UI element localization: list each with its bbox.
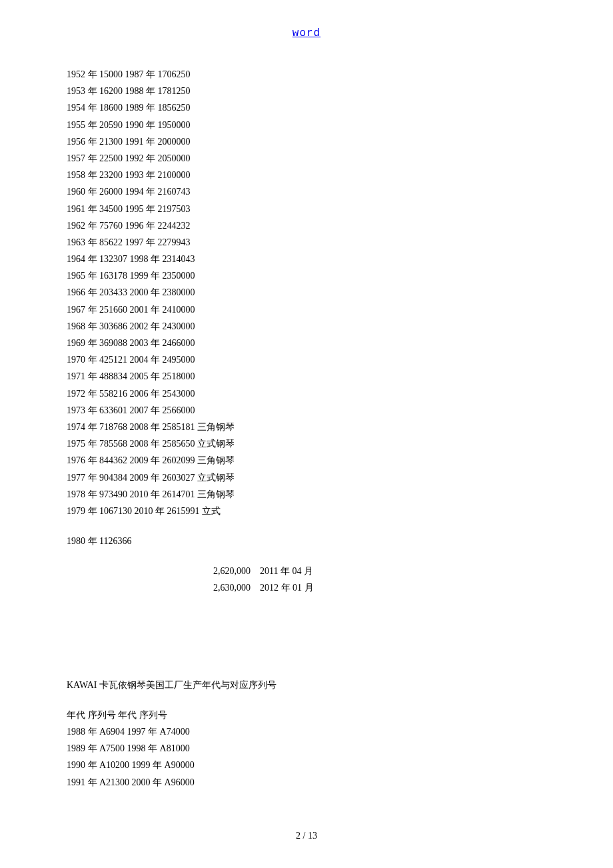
serial-row: 1978 年 973490 2010 年 2614701 三角钢琴 xyxy=(67,486,546,503)
serial-row: 1973 年 633601 2007 年 2566000 xyxy=(67,402,546,419)
serial-row: 1957 年 22500 1992 年 2050000 xyxy=(67,150,546,167)
section2-row: 1989 年 A7500 1998 年 A81000 xyxy=(67,740,546,757)
serial-row: 1952 年 15000 1987 年 1706250 xyxy=(67,66,546,83)
serial-row: 1969 年 369088 2003 年 2466000 xyxy=(67,335,546,351)
serial-row: 1958 年 23200 1993 年 2100000 xyxy=(67,167,546,183)
serial-row: 1964 年 132307 1998 年 2314043 xyxy=(67,251,546,267)
serial-row: 1961 年 34500 1995 年 2197503 xyxy=(67,201,546,217)
section2-rows: 1988 年 A6904 1997 年 A740001989 年 A7500 1… xyxy=(67,723,546,791)
page-number: 2 / 13 xyxy=(296,831,317,841)
serial-row: 1962 年 75760 1996 年 2244232 xyxy=(67,217,546,234)
serial-row: 1967 年 251660 2001 年 2410000 xyxy=(67,301,546,318)
serial-row: 1963 年 85622 1997 年 2279943 xyxy=(67,234,546,251)
serial-row: 1975 年 785568 2008 年 2585650 立式钢琴 xyxy=(67,435,546,452)
serial-row: 1972 年 558216 2006 年 2543000 xyxy=(67,385,546,402)
serial-row: 1960 年 26000 1994 年 2160743 xyxy=(67,183,546,200)
document-page: word 1952 年 15000 1987 年 17062501953 年 1… xyxy=(0,0,613,868)
serial-row: 1977 年 904384 2009 年 2603027 立式钢琴 xyxy=(67,469,546,486)
serial-row: 1976 年 844362 2009 年 2602099 三角钢琴 xyxy=(67,452,546,469)
page-footer: 2 / 13 xyxy=(67,831,546,841)
serial-row: 1966 年 203433 2000 年 2380000 xyxy=(67,284,546,301)
additional-serial-row: 2,620,000 2011 年 04 月 xyxy=(67,563,546,579)
section2-title: KAWAI 卡瓦依钢琴美国工厂生产年代与对应序列号 xyxy=(67,677,546,693)
serial-row: 1965 年 163178 1999 年 2350000 xyxy=(67,267,546,284)
serial-row: 1979 年 1067130 2010 年 2615991 立式 xyxy=(67,503,546,519)
serial-row: 1955 年 20590 1990 年 1950000 xyxy=(67,117,546,133)
section2-row: 1988 年 A6904 1997 年 A74000 xyxy=(67,723,546,740)
serial-row: 1970 年 425121 2004 年 2495000 xyxy=(67,351,546,368)
serial-1980: 1980 年 1126366 xyxy=(67,533,546,549)
serial-row: 1954 年 18600 1989 年 1856250 xyxy=(67,99,546,116)
content-body: 1952 年 15000 1987 年 17062501953 年 16200 … xyxy=(67,66,546,791)
serial-row: 1968 年 303686 2002 年 2430000 xyxy=(67,318,546,335)
header-link-container: word xyxy=(67,27,546,39)
section2-row: 1991 年 A21300 2000 年 A96000 xyxy=(67,774,546,791)
serial-row: 1974 年 718768 2008 年 2585181 三角钢琴 xyxy=(67,419,546,435)
additional-serial-list: 2,620,000 2011 年 04 月2,630,000 2012 年 01… xyxy=(67,563,546,596)
serial-row: 1953 年 16200 1988 年 1781250 xyxy=(67,83,546,99)
serial-row: 1956 年 21300 1991 年 2000000 xyxy=(67,133,546,150)
additional-serial-row: 2,630,000 2012 年 01 月 xyxy=(67,579,546,596)
header-link[interactable]: word xyxy=(293,27,320,39)
serial-list-main: 1952 年 15000 1987 年 17062501953 年 16200 … xyxy=(67,66,546,519)
section2-header-row: 年代 序列号 年代 序列号 xyxy=(67,707,546,723)
serial-row: 1971 年 488834 2005 年 2518000 xyxy=(67,368,546,385)
section2-row: 1990 年 A10200 1999 年 A90000 xyxy=(67,757,546,773)
